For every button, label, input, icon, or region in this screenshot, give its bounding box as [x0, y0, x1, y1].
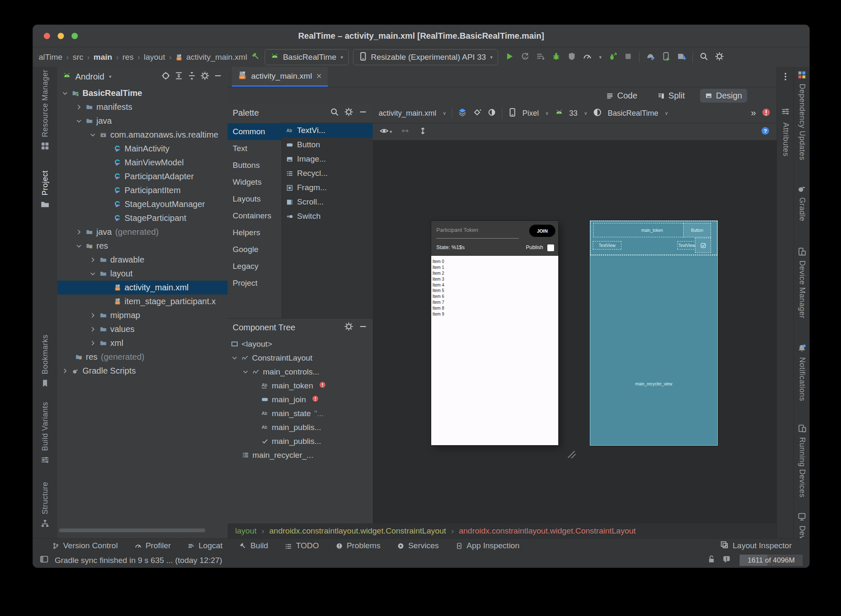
tab-app-inspection[interactable]: App Inspection [456, 541, 520, 550]
palette-item-textvi-[interactable]: AbTextVi... [282, 123, 373, 138]
tree-item-item-stage-participant-x[interactable]: <>item_stage_participant.x [57, 295, 228, 308]
chevron-down-icon[interactable] [89, 270, 96, 277]
blueprint-recycler-view[interactable]: main_recycler_view [590, 255, 717, 445]
canvas-resize-handle[interactable] [565, 449, 576, 459]
tree-item-stageparticipant[interactable]: StageParticipant [57, 211, 228, 225]
tree-item-xml[interactable]: xml [57, 336, 228, 350]
palette-item-switch[interactable]: Switch [282, 209, 373, 223]
tree-item-res[interactable]: res [57, 239, 228, 253]
tab-profiler[interactable]: Profiler [135, 541, 171, 550]
tree-item-activity-main-xml[interactable]: <>activity_main.xml [57, 281, 228, 295]
tool-strip-dependency-updates[interactable]: Dependency Updates [794, 70, 810, 160]
tree-item-gradle-scripts[interactable]: Gradle Scripts [57, 364, 228, 378]
apply-code-button[interactable] [536, 52, 545, 63]
chevron-right-icon[interactable] [89, 256, 96, 263]
tree-item-java[interactable]: java [57, 114, 228, 128]
theme-picker-label[interactable]: BasicRealTime [608, 109, 658, 118]
palette-category-layouts[interactable]: Layouts [228, 191, 281, 207]
xml-breadcrumb-item[interactable]: androidx.constraintlayout.widget.Constra… [459, 526, 636, 536]
tree-item-mipmap[interactable]: mipmap [57, 308, 228, 322]
palette-item-recycl-[interactable]: Recycl... [282, 166, 373, 181]
tab-build[interactable]: Build [239, 541, 268, 550]
gear-icon[interactable] [344, 107, 353, 119]
publish-checkbox[interactable] [547, 244, 554, 251]
tool-strip-resource-manager[interactable]: Resource Manager [33, 69, 57, 151]
run-button[interactable] [505, 52, 514, 63]
lock-icon[interactable] [707, 555, 716, 566]
tree-item-java[interactable]: java (generated) [57, 225, 228, 239]
component-main-publis-[interactable]: main_publis... [228, 434, 373, 448]
design-preview-device[interactable]: Participant Token JOIN State: %1$s Publi… [431, 221, 558, 445]
tree-item-mainactivity[interactable]: MainActivity [57, 142, 228, 156]
component-main-state[interactable]: Abmain_state"... [228, 406, 373, 420]
tab-logcat[interactable]: Logcat [188, 541, 223, 550]
breadcrumb-item[interactable]: activity_main.xml [186, 53, 247, 62]
toolbar-overflow-button[interactable]: » [751, 108, 756, 119]
component-main-token[interactable]: Abmain_token [228, 379, 373, 393]
chevron-right-icon[interactable] [75, 104, 82, 111]
expand-all-button[interactable] [174, 71, 183, 82]
tree-item-values[interactable]: values [57, 322, 228, 336]
bug-arrow-button[interactable] [608, 52, 617, 63]
tool-window-toggle-icon[interactable] [40, 555, 49, 566]
tree-item-mainviewmodel[interactable]: MainViewModel [57, 156, 228, 170]
chevron-down-icon[interactable] [61, 90, 69, 97]
api-picker-label[interactable]: 33 [569, 109, 578, 118]
chevron-right-icon[interactable] [89, 312, 96, 319]
stop-button[interactable] [623, 52, 633, 63]
component-main-join[interactable]: main_join [228, 393, 373, 406]
tab-todo[interactable]: TODO [285, 541, 319, 550]
pan-horizontal-icon[interactable] [401, 126, 410, 137]
chevron-right-icon[interactable] [61, 367, 69, 374]
tree-item-manifests[interactable]: manifests [57, 100, 228, 114]
minimize-icon[interactable] [358, 107, 368, 119]
phone-run-button[interactable] [661, 52, 671, 63]
sdk-download-button[interactable] [677, 52, 686, 63]
xml-breadcrumb-item[interactable]: layout [235, 526, 257, 536]
settings-button[interactable] [715, 52, 724, 63]
component-constraintlayout[interactable]: ConstraintLayout [228, 351, 373, 365]
chevron-down-icon[interactable] [231, 354, 238, 361]
tree-item-participantitem[interactable]: ParticipantItem [57, 183, 228, 197]
mode-design-button[interactable]: Design [700, 89, 747, 103]
tab-version-control[interactable]: Version Control [52, 541, 118, 550]
palette-category-containers[interactable]: Containers [228, 207, 281, 224]
xml-breadcrumb-item[interactable]: androidx.constraintlayout.widget.Constra… [269, 526, 446, 536]
tool-strip-structure[interactable]: Structure [33, 482, 57, 528]
locate-file-button[interactable] [161, 71, 170, 82]
palette-category-helpers[interactable]: Helpers [228, 224, 281, 241]
breadcrumb-item[interactable]: src [73, 53, 83, 62]
chevron-down-icon[interactable] [242, 368, 249, 375]
minimize-window-button[interactable] [58, 33, 64, 39]
view-options-button[interactable] [458, 108, 467, 119]
tree-item-res[interactable]: res (generated) [57, 350, 228, 364]
tool-strip-gradle[interactable]: Gradle [794, 184, 810, 221]
tree-item-layout[interactable]: layout [57, 267, 228, 281]
tool-strip-notifications[interactable]: Notifications [794, 344, 810, 401]
tree-item-participantadapter[interactable]: ParticipantAdapter [57, 170, 228, 183]
palette-category-common[interactable]: Common [228, 123, 281, 140]
api-picker-button[interactable] [554, 108, 564, 119]
join-button[interactable]: JOIN [529, 225, 555, 237]
tree-item-drawable[interactable]: drawable [57, 253, 228, 267]
device-picker-label[interactable]: Pixel [523, 109, 539, 118]
close-window-button[interactable] [44, 33, 50, 39]
tab-options-kebab-button[interactable] [781, 72, 790, 83]
hide-panel-button[interactable] [213, 71, 223, 82]
blueprint-join-button[interactable]: Button [683, 223, 711, 237]
tab-layout-inspector[interactable]: Layout Inspector [720, 540, 792, 552]
palette-item-button[interactable]: Button [282, 138, 373, 152]
blueprint-checkbox[interactable] [695, 238, 711, 253]
palette-item-scroll-[interactable]: Scroll... [282, 195, 373, 209]
blueprint-textview-state[interactable]: TextView [593, 241, 621, 250]
chevron-down-icon[interactable] [75, 242, 82, 250]
palette-category-legacy[interactable]: Legacy [228, 258, 281, 275]
breadcrumb-item[interactable]: res [122, 53, 133, 62]
palette-category-buttons[interactable]: Buttons [228, 157, 281, 174]
notifications-balloon-icon[interactable] [722, 555, 731, 566]
breadcrumb-item[interactable]: main [93, 53, 112, 62]
memory-indicator[interactable]: 1611 of 4096M [740, 555, 803, 566]
run-configuration-select[interactable]: BasicRealTime ▾ [265, 49, 348, 65]
palette-category-google[interactable]: Google [228, 241, 281, 258]
tree-item-stagelayoutmanager[interactable]: StageLayoutManager [57, 197, 228, 211]
